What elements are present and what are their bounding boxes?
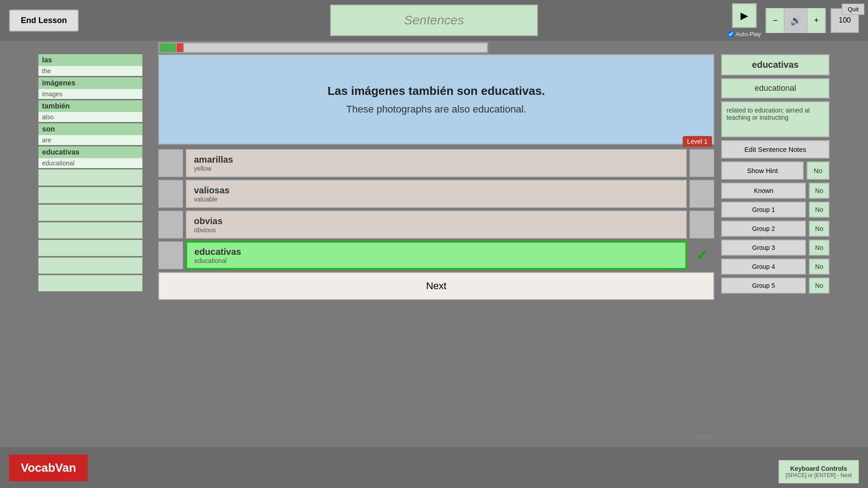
keyboard-controls-title: Keyboard Controls <box>786 465 852 472</box>
choice-translation: valuable <box>194 196 217 203</box>
sentence-display: Las imágenes también son educativas. The… <box>158 54 714 145</box>
choice-right-indicator <box>689 180 714 208</box>
focus-word-definition: related to education; aimed at teaching … <box>721 101 830 137</box>
sentence-spanish: Las imágenes también son educativas. <box>168 84 704 98</box>
center-content: Las imágenes también son educativas. The… <box>158 54 714 443</box>
choice-left-indicator <box>158 211 183 239</box>
group5-row: Group 5 No <box>721 277 830 294</box>
sidebar-word-spanish: también <box>38 100 142 112</box>
group3-row: Group 3 No <box>721 239 830 256</box>
sidebar-item-las: las the <box>38 54 142 76</box>
progress-remaining <box>184 43 487 52</box>
sidebar-empty-slot <box>38 240 142 256</box>
group5-button[interactable]: Group 5 <box>721 277 806 294</box>
sidebar-item-imagenes: imágenes images <box>38 77 142 99</box>
play-button[interactable]: ▶ <box>732 3 757 28</box>
show-hint-button[interactable]: Show Hint <box>721 161 804 180</box>
sidebar-empty-slot <box>38 275 142 291</box>
sidebar-item-tambien: también also <box>38 100 142 122</box>
vocabvan-logo: VocabVan <box>9 455 88 481</box>
edit-sentence-notes-button[interactable]: Edit Sentence Notes <box>721 140 830 159</box>
known-button[interactable]: Known <box>721 183 806 199</box>
word-list-sidebar: las the imágenes images también also son… <box>38 54 142 443</box>
sidebar-word-spanish: imágenes <box>38 77 142 89</box>
choice-row: amarillas yellow <box>158 149 714 177</box>
choice-right-indicator <box>689 211 714 239</box>
keyboard-controls-hint: [SPACE] or [ENTER] - Next <box>786 472 852 479</box>
sidebar-empty-slot <box>38 205 142 221</box>
sidebar-item-son: son are <box>38 123 142 145</box>
volume-controls: − 🔊 + <box>765 8 826 33</box>
volume-icon: 🔊 <box>784 8 807 33</box>
sidebar-empty-slot <box>38 187 142 203</box>
progress-green <box>160 43 176 52</box>
sentence-english: These photographs are also educational. <box>168 103 704 115</box>
choice-left-indicator <box>158 241 183 269</box>
choice-word: amarillas <box>194 155 233 165</box>
group2-button[interactable]: Group 2 <box>721 221 806 237</box>
focus-word-translation: educational <box>721 78 830 99</box>
end-lesson-button[interactable]: End Lesson <box>9 9 79 32</box>
choice-button-educativas[interactable]: educativas educational <box>186 241 687 269</box>
choice-button-obvias[interactable]: obvias obvious <box>186 211 687 239</box>
sidebar-word-spanish: son <box>38 123 142 135</box>
choice-button-amarillas[interactable]: amarillas yellow <box>186 149 687 177</box>
choice-translation: yellow <box>194 165 212 172</box>
quit-button[interactable]: Quit <box>842 4 864 15</box>
sidebar-item-educativas: educativas educational <box>38 146 142 168</box>
choice-button-valiosas[interactable]: valiosas valuable <box>186 180 687 208</box>
sidebar-word-spanish: las <box>38 54 142 66</box>
choice-right-indicator <box>689 149 714 177</box>
choice-word: educativas <box>194 247 241 257</box>
sidebar-empty-slot <box>38 258 142 274</box>
choice-left-indicator <box>158 180 183 208</box>
show-hint-row: Show Hint No <box>721 161 830 180</box>
sidebar-word-english: the <box>38 66 142 76</box>
right-panel: educativas educational related to educat… <box>721 54 830 443</box>
group4-value: No <box>809 258 830 275</box>
choice-word: valiosas <box>194 185 230 196</box>
choice-translation: obvious <box>194 226 216 234</box>
group4-row: Group 4 No <box>721 258 830 275</box>
group4-button[interactable]: Group 4 <box>721 258 806 275</box>
bottom-bar: VocabVan Keyboard Controls [SPACE] or [E… <box>0 447 868 488</box>
top-bar: End Lesson Sentences ▶ Auto-Play − 🔊 + 1… <box>0 0 868 41</box>
auto-play-checkbox[interactable] <box>728 31 734 37</box>
choice-translation: educational <box>194 257 227 264</box>
choice-row: obvias obvious <box>158 211 714 239</box>
next-button[interactable]: Next <box>158 272 714 300</box>
volume-down-button[interactable]: − <box>766 8 784 33</box>
group5-value: No <box>809 277 830 294</box>
show-hint-value: No <box>807 161 830 180</box>
correct-checkmark: ✓ <box>689 247 714 264</box>
group3-button[interactable]: Group 3 <box>721 239 806 256</box>
choice-left-indicator <box>158 149 183 177</box>
sidebar-empty-slot <box>38 169 142 186</box>
progress-red <box>177 43 183 52</box>
group1-button[interactable]: Group 1 <box>721 202 806 218</box>
choice-row: valiosas valuable <box>158 180 714 208</box>
sidebar-word-english: images <box>38 89 142 99</box>
focus-word: educativas <box>721 54 830 75</box>
progress-bar <box>158 42 488 53</box>
playback-controls: ▶ Auto-Play − 🔊 + 100 <box>728 3 859 38</box>
level-badge: Level 1 <box>683 136 712 147</box>
group1-value: No <box>809 202 830 218</box>
page-title: Sentences <box>330 5 538 36</box>
answer-choices: amarillas yellow valiosas valuable obvia… <box>158 149 714 269</box>
volume-up-button[interactable]: + <box>807 8 825 33</box>
choice-word: obvias <box>194 216 222 226</box>
known-value: No <box>809 183 830 199</box>
group2-value: No <box>809 221 830 237</box>
sidebar-word-english: educational <box>38 158 142 168</box>
sidebar-word-spanish: educativas <box>38 146 142 158</box>
group3-value: No <box>809 239 830 256</box>
keyboard-controls-panel: Keyboard Controls [SPACE] or [ENTER] - N… <box>778 460 859 483</box>
sidebar-word-english: are <box>38 135 142 145</box>
choice-row-correct: educativas educational ✓ <box>158 241 714 269</box>
known-row: Known No <box>721 183 830 199</box>
play-icon: ▶ <box>741 10 748 22</box>
group2-row: Group 2 No <box>721 221 830 237</box>
group1-row: Group 1 No <box>721 202 830 218</box>
sidebar-empty-slot <box>38 222 142 239</box>
